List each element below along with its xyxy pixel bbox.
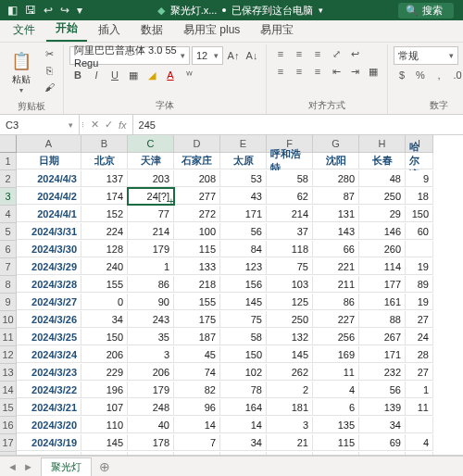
data-cell[interactable]: 152 (81, 206, 128, 222)
data-cell[interactable]: 103 (267, 276, 313, 293)
autosave-icon[interactable]: ◧ (7, 4, 18, 17)
data-cell[interactable]: 161 (359, 294, 406, 310)
data-cell[interactable]: 34 (220, 434, 267, 451)
data-cell[interactable]: 3 (267, 417, 313, 433)
date-cell[interactable]: 2024/4/2 (17, 188, 81, 205)
data-cell[interactable] (406, 452, 433, 456)
row-header[interactable]: 16 (0, 417, 17, 434)
data-cell[interactable]: 34 (359, 417, 406, 433)
data-cell[interactable]: 250 (267, 311, 313, 328)
data-cell[interactable]: 87 (313, 188, 359, 205)
data-cell[interactable]: 208 (174, 170, 220, 187)
row-header[interactable]: 14 (0, 382, 17, 399)
data-cell[interactable]: 146 (359, 223, 406, 240)
data-cell[interactable]: 115 (174, 241, 220, 257)
data-cell[interactable]: 224 (81, 223, 128, 240)
data-cell[interactable]: 139 (359, 399, 406, 416)
sheet-nav-next-icon[interactable]: ► (23, 461, 33, 472)
date-cell[interactable]: 2024/3/27 (17, 294, 81, 310)
fx-icon[interactable]: fx (119, 119, 127, 131)
data-cell[interactable]: 131 (313, 206, 359, 222)
data-cell[interactable]: 43 (220, 188, 267, 205)
data-cell[interactable]: 227 (313, 311, 359, 328)
data-cell[interactable]: 280 (313, 170, 359, 187)
date-cell[interactable]: 2024/3/29 (17, 258, 81, 275)
data-cell[interactable]: 221 (313, 258, 359, 275)
data-cell[interactable]: 248 (128, 399, 174, 416)
data-cell[interactable]: 177 (359, 276, 406, 293)
data-cell[interactable]: 19 (406, 258, 433, 275)
data-cell[interactable]: 89 (81, 452, 128, 456)
data-cell[interactable]: 279 (359, 452, 406, 456)
data-cell[interactable]: 137 (81, 170, 128, 187)
data-cell[interactable]: 267 (359, 329, 406, 345)
orientation-icon[interactable]: ⤢ (328, 46, 344, 61)
data-cell[interactable]: 88 (128, 452, 174, 456)
cut-icon[interactable]: ✂ (41, 46, 57, 61)
format-painter-icon[interactable]: 🖌 (41, 80, 57, 94)
tab-yiyongbao-plus[interactable]: 易用宝 plus (174, 19, 249, 42)
tab-file[interactable]: 文件 (4, 19, 44, 42)
redo-icon[interactable]: ↪ (60, 4, 69, 17)
align-bottom-icon[interactable]: ≡ (309, 46, 326, 61)
data-cell[interactable]: 256 (313, 329, 359, 345)
data-cell[interactable]: 90 (128, 294, 174, 310)
data-cell[interactable]: 75 (220, 311, 267, 328)
tab-insert[interactable]: 插入 (89, 19, 130, 42)
formula-input[interactable]: 245 (133, 115, 463, 134)
column-header[interactable]: G (313, 135, 359, 153)
data-cell[interactable]: 19 (406, 294, 433, 310)
data-cell[interactable]: 75 (267, 258, 313, 275)
data-cell[interactable]: 48 (359, 170, 406, 187)
data-cell[interactable]: 84 (220, 241, 267, 257)
date-cell[interactable]: 2024/3/19 (17, 434, 81, 451)
data-cell[interactable]: 0 (81, 294, 128, 310)
data-cell[interactable]: 28 (406, 346, 433, 363)
percent-icon[interactable]: % (412, 68, 429, 82)
data-cell[interactable]: 240 (81, 258, 128, 275)
data-cell[interactable]: 62 (267, 188, 313, 205)
data-cell[interactable]: 35 (128, 329, 174, 345)
header-cell[interactable]: 北京 (81, 153, 128, 169)
data-cell[interactable]: 174 (81, 188, 128, 205)
data-cell[interactable]: 272 (174, 206, 220, 222)
date-cell[interactable]: 2024/3/23 (17, 364, 81, 381)
spreadsheet-grid[interactable]: ABCDEFGHI1日期北京天津石家庄太原呼和浩特沈阳长春哈尔滨22024/4/… (0, 135, 463, 456)
date-cell[interactable]: 2024/3/30 (17, 241, 81, 257)
data-cell[interactable]: 196 (81, 382, 128, 398)
select-all-corner[interactable] (0, 135, 17, 153)
data-cell[interactable]: 86 (128, 276, 174, 293)
row-header[interactable]: 7 (0, 258, 17, 276)
date-cell[interactable]: 2024/3/21 (17, 399, 81, 416)
sheet-tab[interactable]: 聚光灯 (41, 457, 92, 476)
header-cell[interactable]: 日期 (17, 153, 81, 169)
header-cell[interactable]: 哈尔滨 (406, 153, 433, 169)
data-cell[interactable]: 175 (174, 311, 220, 328)
tab-home[interactable]: 开始 (46, 17, 87, 42)
row-header[interactable]: 1 (0, 153, 17, 170)
date-cell[interactable]: 2024/3/28 (17, 276, 81, 293)
data-cell[interactable]: 69 (359, 434, 406, 451)
sheet-nav-prev-icon[interactable]: ◄ (7, 461, 18, 472)
align-middle-icon[interactable]: ≡ (291, 46, 307, 61)
date-cell[interactable]: 2024/3/25 (17, 329, 81, 345)
data-cell[interactable]: 56 (359, 382, 406, 398)
merge-icon[interactable]: ▦ (365, 64, 382, 79)
data-cell[interactable]: 118 (267, 241, 313, 257)
row-header[interactable]: 10 (0, 311, 17, 329)
data-cell[interactable]: 156 (220, 276, 267, 293)
data-cell[interactable]: 123 (220, 258, 267, 275)
cancel-icon[interactable]: ✕ (91, 119, 99, 131)
italic-icon[interactable]: I (88, 68, 105, 82)
align-left-icon[interactable]: ≡ (272, 64, 289, 79)
column-header[interactable]: H (359, 135, 406, 153)
data-cell[interactable]: 177 (220, 452, 267, 456)
row-header[interactable]: 5 (0, 223, 17, 241)
save-icon[interactable]: 🖫 (25, 4, 36, 17)
date-cell[interactable]: 2024/3/22 (17, 382, 81, 398)
data-cell[interactable]: 218 (174, 276, 220, 293)
font-size-combo[interactable]: 12▾ (192, 46, 223, 65)
data-cell[interactable]: 203 (128, 170, 174, 187)
column-header[interactable]: C (128, 135, 174, 153)
comma-icon[interactable]: , (431, 68, 447, 82)
